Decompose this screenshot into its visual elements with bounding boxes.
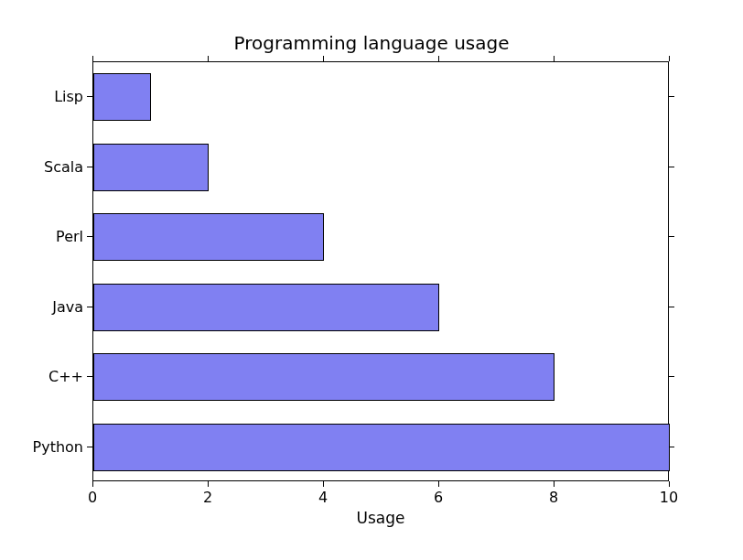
x-tick (554, 481, 555, 487)
x-tick (669, 481, 670, 487)
x-tick (92, 481, 93, 487)
x-axis-label: Usage (357, 509, 405, 527)
x-tick-label: 2 (203, 489, 212, 506)
y-tick-label: Python (33, 437, 83, 455)
bar (93, 284, 439, 331)
y-tick (87, 167, 92, 167)
y-tick (87, 376, 92, 377)
y-tick (669, 167, 674, 167)
y-tick-label: Scala (44, 157, 83, 175)
x-tick-label: 10 (660, 489, 678, 506)
y-tick (87, 307, 92, 307)
y-tick-label: C++ (48, 368, 83, 385)
y-tick (669, 447, 674, 447)
bar (93, 144, 209, 191)
y-tick-label: Java (52, 297, 83, 315)
y-tick (669, 96, 674, 97)
x-tick-label: 0 (88, 489, 97, 506)
bar (93, 424, 670, 471)
y-tick (87, 236, 92, 237)
x-tick (438, 481, 439, 487)
x-tick (208, 481, 209, 487)
x-tick-label: 4 (318, 489, 328, 506)
y-tick-label: Perl (56, 228, 83, 245)
x-tick (323, 56, 324, 61)
y-tick (669, 376, 674, 377)
chart-figure: Programming language usage Usage 0246810… (0, 0, 743, 560)
y-tick (669, 307, 674, 307)
x-tick-label: 6 (434, 489, 443, 506)
x-tick-label: 8 (549, 489, 558, 506)
y-tick (87, 96, 92, 97)
bar (93, 353, 555, 401)
y-tick (669, 236, 674, 237)
x-tick (669, 56, 670, 61)
bar (93, 73, 151, 121)
y-tick (87, 447, 92, 447)
chart-title: Programming language usage (0, 32, 743, 54)
x-tick (323, 481, 324, 487)
plot-area (92, 61, 669, 481)
x-tick (92, 56, 93, 61)
x-tick (438, 56, 439, 61)
x-tick (554, 56, 555, 61)
x-tick (208, 56, 209, 61)
bar (93, 213, 324, 261)
y-tick-label: Lisp (54, 88, 83, 105)
